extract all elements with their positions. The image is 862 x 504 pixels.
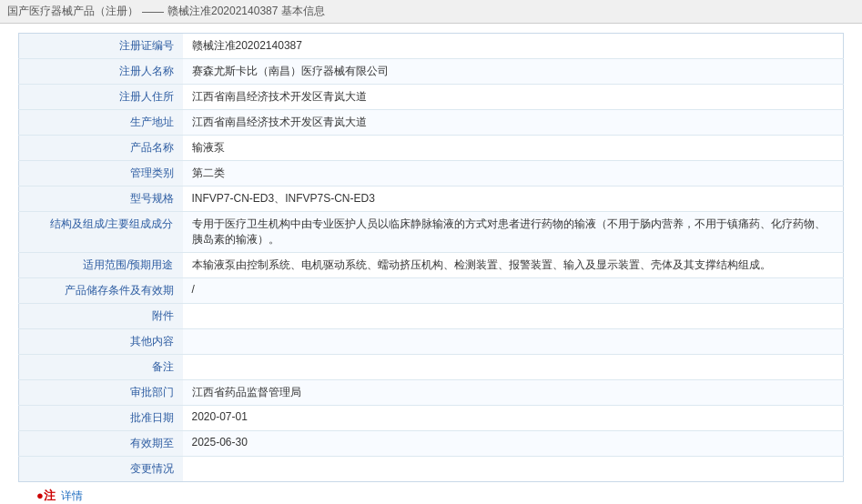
detail-link[interactable]: 详情 bbox=[61, 489, 83, 504]
table-row: 批准日期2020-07-01 bbox=[19, 406, 844, 431]
table-row: 管理类别第二类 bbox=[19, 161, 844, 186]
field-label: 型号规格 bbox=[19, 186, 183, 212]
field-value: 专用于医疗卫生机构中由专业医护人员以临床静脉输液的方式对患者进行药物的输液（不用… bbox=[183, 212, 844, 253]
field-label: 管理类别 bbox=[19, 161, 183, 186]
field-label: 注册人名称 bbox=[19, 59, 183, 85]
field-value: / bbox=[183, 278, 844, 304]
field-value bbox=[183, 457, 844, 482]
field-value: 第二类 bbox=[183, 161, 844, 186]
field-label: 有效期至 bbox=[19, 431, 183, 457]
table-row: 产品储存条件及有效期/ bbox=[19, 278, 844, 304]
title-separator: —— bbox=[142, 5, 164, 18]
field-label: 其他内容 bbox=[19, 329, 183, 355]
field-label: 附件 bbox=[19, 304, 183, 329]
field-value: 江西省南昌经济技术开发区青岚大道 bbox=[183, 85, 844, 110]
field-label: 审批部门 bbox=[19, 380, 183, 406]
field-label: 批准日期 bbox=[19, 406, 183, 431]
table-row: 其他内容 bbox=[19, 329, 844, 355]
table-row: 适用范围/预期用途本输液泵由控制系统、电机驱动系统、蠕动挤压机构、检测装置、报警… bbox=[19, 253, 844, 278]
field-value: 2025-06-30 bbox=[183, 431, 844, 457]
table-row: 结构及组成/主要组成成分专用于医疗卫生机构中由专业医护人员以临床静脉输液的方式对… bbox=[19, 212, 844, 253]
main-content: 注册证编号赣械注准20202140387注册人名称赛森尤斯卡比（南昌）医疗器械有… bbox=[0, 24, 862, 504]
table-row: 变更情况 bbox=[19, 457, 844, 482]
table-row: 注册人住所江西省南昌经济技术开发区青岚大道 bbox=[19, 85, 844, 110]
field-value: 江西省南昌经济技术开发区青岚大道 bbox=[183, 110, 844, 136]
table-row: 注册证编号赣械注准20202140387 bbox=[19, 34, 844, 59]
field-label: 适用范围/预期用途 bbox=[19, 253, 183, 278]
table-row: 有效期至2025-06-30 bbox=[19, 431, 844, 457]
field-label: 生产地址 bbox=[19, 110, 183, 136]
field-value: 赣械注准20202140387 bbox=[183, 34, 844, 59]
footer-row: ●注 详情 bbox=[18, 482, 844, 504]
info-table: 注册证编号赣械注准20202140387注册人名称赛森尤斯卡比（南昌）医疗器械有… bbox=[18, 33, 844, 482]
note-icon: ●注 bbox=[36, 488, 56, 504]
title-part1: 国产医疗器械产品（注册） bbox=[7, 4, 138, 19]
title-bar: 国产医疗器械产品（注册） —— 赣械注准20202140387 基本信息 bbox=[0, 0, 862, 24]
field-label: 注册人住所 bbox=[19, 85, 183, 110]
table-row: 附件 bbox=[19, 304, 844, 329]
field-value: 江西省药品监督管理局 bbox=[183, 380, 844, 406]
table-row: 注册人名称赛森尤斯卡比（南昌）医疗器械有限公司 bbox=[19, 59, 844, 85]
title-part3: 基本信息 bbox=[281, 4, 325, 19]
table-row: 审批部门江西省药品监督管理局 bbox=[19, 380, 844, 406]
field-value bbox=[183, 304, 844, 329]
field-value bbox=[183, 355, 844, 380]
field-value: INFVP7-CN-ED3、INFVP7S-CN-ED3 bbox=[183, 186, 844, 212]
field-label: 产品名称 bbox=[19, 136, 183, 161]
field-value: 本输液泵由控制系统、电机驱动系统、蠕动挤压机构、检测装置、报警装置、输入及显示装… bbox=[183, 253, 844, 278]
field-value: 输液泵 bbox=[183, 136, 844, 161]
field-label: 变更情况 bbox=[19, 457, 183, 482]
field-label: 注册证编号 bbox=[19, 34, 183, 59]
field-label: 结构及组成/主要组成成分 bbox=[19, 212, 183, 253]
field-value bbox=[183, 329, 844, 355]
field-label: 备注 bbox=[19, 355, 183, 380]
field-label: 产品储存条件及有效期 bbox=[19, 278, 183, 304]
table-row: 产品名称输液泵 bbox=[19, 136, 844, 161]
field-value: 2020-07-01 bbox=[183, 406, 844, 431]
field-value: 赛森尤斯卡比（南昌）医疗器械有限公司 bbox=[183, 59, 844, 85]
title-part2: 赣械注准20202140387 bbox=[167, 4, 278, 19]
table-row: 备注 bbox=[19, 355, 844, 380]
table-row: 生产地址江西省南昌经济技术开发区青岚大道 bbox=[19, 110, 844, 136]
table-row: 型号规格INFVP7-CN-ED3、INFVP7S-CN-ED3 bbox=[19, 186, 844, 212]
